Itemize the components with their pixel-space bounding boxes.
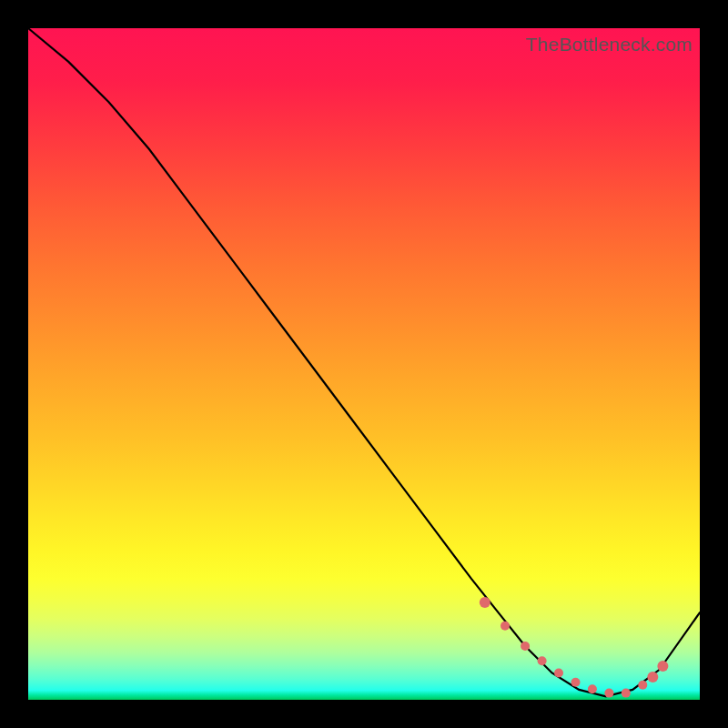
- plot-area: TheBottleneck.com: [28, 28, 700, 700]
- curve-path-group: [28, 28, 700, 696]
- marker-dot: [500, 622, 510, 631]
- marker-dot: [638, 681, 647, 690]
- marker-group: [480, 597, 669, 698]
- marker-dot: [647, 672, 658, 682]
- marker-dot: [554, 669, 563, 678]
- marker-dot: [657, 661, 668, 672]
- chart-frame: TheBottleneck.com: [0, 0, 728, 728]
- marker-dot: [480, 597, 490, 608]
- marker-dot: [571, 678, 581, 687]
- marker-dot: [604, 689, 613, 698]
- marker-dot: [538, 656, 547, 665]
- chart-svg: [28, 28, 700, 700]
- marker-dot: [622, 689, 631, 698]
- marker-dot: [521, 642, 530, 651]
- curve-path: [28, 28, 700, 696]
- marker-dot: [588, 684, 597, 693]
